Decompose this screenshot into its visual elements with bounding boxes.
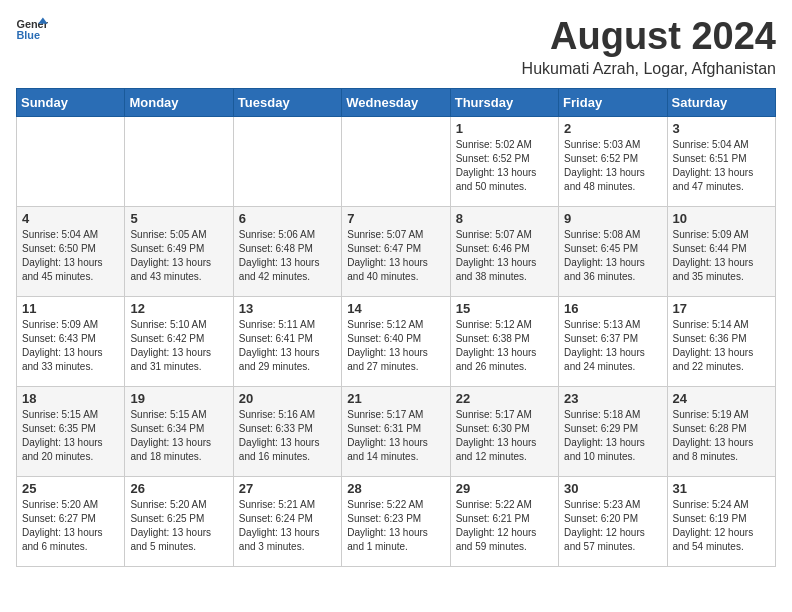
cell-day-number: 10 xyxy=(673,211,770,226)
calendar-cell: 31Sunrise: 5:24 AMSunset: 6:19 PMDayligh… xyxy=(667,476,775,566)
cell-info-text: Sunrise: 5:09 AMSunset: 6:44 PMDaylight:… xyxy=(673,228,770,284)
calendar-cell: 20Sunrise: 5:16 AMSunset: 6:33 PMDayligh… xyxy=(233,386,341,476)
calendar-cell: 7Sunrise: 5:07 AMSunset: 6:47 PMDaylight… xyxy=(342,206,450,296)
cell-day-number: 19 xyxy=(130,391,227,406)
cell-day-number: 30 xyxy=(564,481,661,496)
calendar-cell: 9Sunrise: 5:08 AMSunset: 6:45 PMDaylight… xyxy=(559,206,667,296)
calendar-cell: 17Sunrise: 5:14 AMSunset: 6:36 PMDayligh… xyxy=(667,296,775,386)
cell-info-text: Sunrise: 5:15 AMSunset: 6:35 PMDaylight:… xyxy=(22,408,119,464)
cell-info-text: Sunrise: 5:21 AMSunset: 6:24 PMDaylight:… xyxy=(239,498,336,554)
cell-day-number: 8 xyxy=(456,211,553,226)
calendar-cell: 30Sunrise: 5:23 AMSunset: 6:20 PMDayligh… xyxy=(559,476,667,566)
calendar-cell: 22Sunrise: 5:17 AMSunset: 6:30 PMDayligh… xyxy=(450,386,558,476)
cell-info-text: Sunrise: 5:12 AMSunset: 6:38 PMDaylight:… xyxy=(456,318,553,374)
cell-day-number: 28 xyxy=(347,481,444,496)
cell-day-number: 7 xyxy=(347,211,444,226)
cell-day-number: 21 xyxy=(347,391,444,406)
cell-day-number: 12 xyxy=(130,301,227,316)
cell-info-text: Sunrise: 5:05 AMSunset: 6:49 PMDaylight:… xyxy=(130,228,227,284)
cell-info-text: Sunrise: 5:12 AMSunset: 6:40 PMDaylight:… xyxy=(347,318,444,374)
logo: General Blue xyxy=(16,16,48,44)
svg-text:Blue: Blue xyxy=(16,29,40,41)
cell-info-text: Sunrise: 5:07 AMSunset: 6:46 PMDaylight:… xyxy=(456,228,553,284)
cell-info-text: Sunrise: 5:20 AMSunset: 6:27 PMDaylight:… xyxy=(22,498,119,554)
cell-info-text: Sunrise: 5:04 AMSunset: 6:51 PMDaylight:… xyxy=(673,138,770,194)
cell-day-number: 14 xyxy=(347,301,444,316)
calendar-cell xyxy=(233,116,341,206)
calendar-cell: 29Sunrise: 5:22 AMSunset: 6:21 PMDayligh… xyxy=(450,476,558,566)
calendar-cell: 21Sunrise: 5:17 AMSunset: 6:31 PMDayligh… xyxy=(342,386,450,476)
cell-info-text: Sunrise: 5:24 AMSunset: 6:19 PMDaylight:… xyxy=(673,498,770,554)
calendar-cell: 25Sunrise: 5:20 AMSunset: 6:27 PMDayligh… xyxy=(17,476,125,566)
cell-day-number: 4 xyxy=(22,211,119,226)
cell-day-number: 31 xyxy=(673,481,770,496)
weekday-header-row: SundayMondayTuesdayWednesdayThursdayFrid… xyxy=(17,88,776,116)
weekday-header-thursday: Thursday xyxy=(450,88,558,116)
weekday-header-monday: Monday xyxy=(125,88,233,116)
logo-icon: General Blue xyxy=(16,16,48,44)
calendar-cell: 1Sunrise: 5:02 AMSunset: 6:52 PMDaylight… xyxy=(450,116,558,206)
page-title: August 2024 xyxy=(522,16,776,58)
cell-day-number: 9 xyxy=(564,211,661,226)
title-area: August 2024 Hukumati Azrah, Logar, Afgha… xyxy=(522,16,776,78)
cell-info-text: Sunrise: 5:06 AMSunset: 6:48 PMDaylight:… xyxy=(239,228,336,284)
calendar-table: SundayMondayTuesdayWednesdayThursdayFrid… xyxy=(16,88,776,567)
cell-day-number: 5 xyxy=(130,211,227,226)
calendar-cell xyxy=(125,116,233,206)
cell-info-text: Sunrise: 5:04 AMSunset: 6:50 PMDaylight:… xyxy=(22,228,119,284)
cell-info-text: Sunrise: 5:10 AMSunset: 6:42 PMDaylight:… xyxy=(130,318,227,374)
cell-info-text: Sunrise: 5:08 AMSunset: 6:45 PMDaylight:… xyxy=(564,228,661,284)
cell-day-number: 25 xyxy=(22,481,119,496)
cell-info-text: Sunrise: 5:15 AMSunset: 6:34 PMDaylight:… xyxy=(130,408,227,464)
cell-day-number: 2 xyxy=(564,121,661,136)
calendar-cell: 14Sunrise: 5:12 AMSunset: 6:40 PMDayligh… xyxy=(342,296,450,386)
cell-info-text: Sunrise: 5:20 AMSunset: 6:25 PMDaylight:… xyxy=(130,498,227,554)
cell-info-text: Sunrise: 5:23 AMSunset: 6:20 PMDaylight:… xyxy=(564,498,661,554)
calendar-cell: 13Sunrise: 5:11 AMSunset: 6:41 PMDayligh… xyxy=(233,296,341,386)
weekday-header-friday: Friday xyxy=(559,88,667,116)
calendar-cell: 19Sunrise: 5:15 AMSunset: 6:34 PMDayligh… xyxy=(125,386,233,476)
cell-day-number: 27 xyxy=(239,481,336,496)
header: General Blue August 2024 Hukumati Azrah,… xyxy=(16,16,776,78)
cell-day-number: 29 xyxy=(456,481,553,496)
calendar-cell: 5Sunrise: 5:05 AMSunset: 6:49 PMDaylight… xyxy=(125,206,233,296)
cell-day-number: 23 xyxy=(564,391,661,406)
cell-day-number: 24 xyxy=(673,391,770,406)
calendar-cell xyxy=(17,116,125,206)
cell-info-text: Sunrise: 5:17 AMSunset: 6:30 PMDaylight:… xyxy=(456,408,553,464)
cell-day-number: 6 xyxy=(239,211,336,226)
calendar-cell: 11Sunrise: 5:09 AMSunset: 6:43 PMDayligh… xyxy=(17,296,125,386)
cell-info-text: Sunrise: 5:22 AMSunset: 6:23 PMDaylight:… xyxy=(347,498,444,554)
calendar-cell: 12Sunrise: 5:10 AMSunset: 6:42 PMDayligh… xyxy=(125,296,233,386)
calendar-cell: 28Sunrise: 5:22 AMSunset: 6:23 PMDayligh… xyxy=(342,476,450,566)
calendar-cell: 8Sunrise: 5:07 AMSunset: 6:46 PMDaylight… xyxy=(450,206,558,296)
cell-info-text: Sunrise: 5:11 AMSunset: 6:41 PMDaylight:… xyxy=(239,318,336,374)
cell-day-number: 3 xyxy=(673,121,770,136)
cell-day-number: 22 xyxy=(456,391,553,406)
calendar-week-row: 1Sunrise: 5:02 AMSunset: 6:52 PMDaylight… xyxy=(17,116,776,206)
weekday-header-saturday: Saturday xyxy=(667,88,775,116)
cell-day-number: 13 xyxy=(239,301,336,316)
calendar-cell: 15Sunrise: 5:12 AMSunset: 6:38 PMDayligh… xyxy=(450,296,558,386)
calendar-cell: 18Sunrise: 5:15 AMSunset: 6:35 PMDayligh… xyxy=(17,386,125,476)
calendar-cell: 26Sunrise: 5:20 AMSunset: 6:25 PMDayligh… xyxy=(125,476,233,566)
cell-day-number: 1 xyxy=(456,121,553,136)
calendar-cell: 24Sunrise: 5:19 AMSunset: 6:28 PMDayligh… xyxy=(667,386,775,476)
cell-info-text: Sunrise: 5:22 AMSunset: 6:21 PMDaylight:… xyxy=(456,498,553,554)
cell-day-number: 11 xyxy=(22,301,119,316)
cell-info-text: Sunrise: 5:14 AMSunset: 6:36 PMDaylight:… xyxy=(673,318,770,374)
cell-day-number: 18 xyxy=(22,391,119,406)
cell-day-number: 20 xyxy=(239,391,336,406)
cell-info-text: Sunrise: 5:16 AMSunset: 6:33 PMDaylight:… xyxy=(239,408,336,464)
cell-info-text: Sunrise: 5:19 AMSunset: 6:28 PMDaylight:… xyxy=(673,408,770,464)
calendar-cell: 2Sunrise: 5:03 AMSunset: 6:52 PMDaylight… xyxy=(559,116,667,206)
cell-day-number: 16 xyxy=(564,301,661,316)
calendar-week-row: 4Sunrise: 5:04 AMSunset: 6:50 PMDaylight… xyxy=(17,206,776,296)
calendar-week-row: 11Sunrise: 5:09 AMSunset: 6:43 PMDayligh… xyxy=(17,296,776,386)
page-subtitle: Hukumati Azrah, Logar, Afghanistan xyxy=(522,60,776,78)
calendar-week-row: 25Sunrise: 5:20 AMSunset: 6:27 PMDayligh… xyxy=(17,476,776,566)
calendar-cell: 27Sunrise: 5:21 AMSunset: 6:24 PMDayligh… xyxy=(233,476,341,566)
cell-day-number: 15 xyxy=(456,301,553,316)
cell-info-text: Sunrise: 5:13 AMSunset: 6:37 PMDaylight:… xyxy=(564,318,661,374)
calendar-week-row: 18Sunrise: 5:15 AMSunset: 6:35 PMDayligh… xyxy=(17,386,776,476)
